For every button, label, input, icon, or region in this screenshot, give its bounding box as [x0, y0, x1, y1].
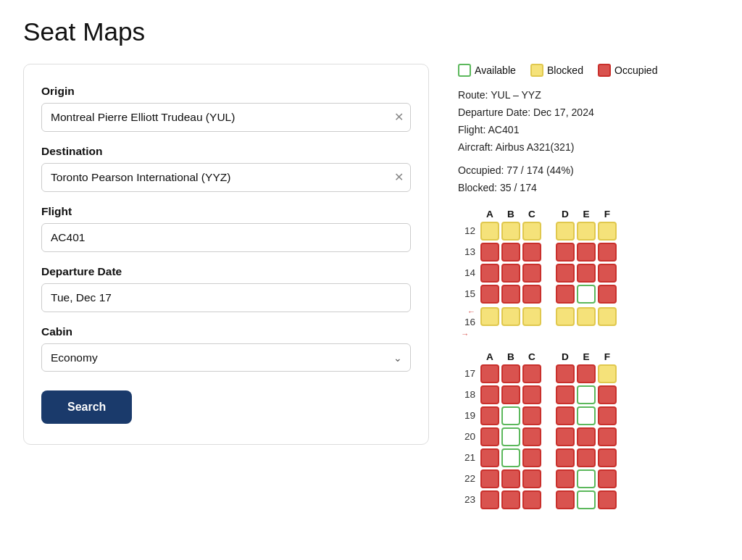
- seat[interactable]: [598, 264, 617, 283]
- seat[interactable]: [522, 448, 541, 467]
- seat[interactable]: [598, 285, 617, 304]
- seat-section-1: A B C D E F 12131415← 16→: [458, 209, 719, 338]
- seat[interactable]: [556, 427, 575, 446]
- seat[interactable]: [480, 307, 499, 326]
- seat[interactable]: [522, 385, 541, 404]
- seat[interactable]: [556, 385, 575, 404]
- seat[interactable]: [556, 364, 575, 383]
- departure-date-input[interactable]: [41, 283, 411, 312]
- flight-info: Route: YUL – YYZ Departure Date: Dec 17,…: [458, 87, 719, 197]
- col-headers-2: A B C D E F: [458, 351, 719, 362]
- seat[interactable]: [480, 406, 499, 425]
- seat[interactable]: [501, 490, 520, 509]
- seat[interactable]: [556, 406, 575, 425]
- seat[interactable]: [501, 243, 520, 262]
- seat[interactable]: [598, 385, 617, 404]
- seat[interactable]: [556, 469, 575, 488]
- seat[interactable]: [577, 222, 596, 241]
- search-button[interactable]: Search: [41, 390, 132, 424]
- seat[interactable]: [480, 490, 499, 509]
- blocked-stat-text: Blocked: 35 / 174: [458, 180, 719, 197]
- seat[interactable]: [598, 364, 617, 383]
- seat[interactable]: [480, 243, 499, 262]
- seat[interactable]: [598, 448, 617, 467]
- table-row: 19: [458, 406, 719, 425]
- seat[interactable]: [501, 406, 520, 425]
- seat[interactable]: [501, 264, 520, 283]
- seat[interactable]: [577, 427, 596, 446]
- page-title: Seat Maps: [23, 17, 719, 46]
- seat[interactable]: [577, 448, 596, 467]
- origin-input[interactable]: [41, 103, 411, 132]
- seat[interactable]: [501, 385, 520, 404]
- seat[interactable]: [480, 448, 499, 467]
- seat[interactable]: [556, 285, 575, 304]
- seat[interactable]: [501, 285, 520, 304]
- seat[interactable]: [522, 406, 541, 425]
- origin-clear-icon[interactable]: ✕: [394, 112, 404, 123]
- seat[interactable]: [480, 364, 499, 383]
- seat[interactable]: [556, 243, 575, 262]
- seat[interactable]: [501, 222, 520, 241]
- seat[interactable]: [480, 285, 499, 304]
- seat[interactable]: [480, 385, 499, 404]
- col-header-e1: E: [577, 209, 596, 220]
- seat[interactable]: [501, 448, 520, 467]
- seat[interactable]: [501, 364, 520, 383]
- seat[interactable]: [556, 222, 575, 241]
- col-header-b2: B: [501, 351, 520, 362]
- seat[interactable]: [480, 264, 499, 283]
- destination-clear-icon[interactable]: ✕: [394, 172, 404, 183]
- row-number: 22: [458, 473, 478, 484]
- seat[interactable]: [522, 364, 541, 383]
- seat[interactable]: [577, 243, 596, 262]
- seat[interactable]: [522, 243, 541, 262]
- col-header-e2: E: [577, 351, 596, 362]
- seat[interactable]: [522, 264, 541, 283]
- seat[interactable]: [577, 490, 596, 509]
- seat[interactable]: [577, 385, 596, 404]
- search-form-panel: Origin ✕ Destination ✕ Flight Departure …: [23, 64, 429, 445]
- table-row: 23: [458, 490, 719, 509]
- seat[interactable]: [598, 406, 617, 425]
- seat[interactable]: [598, 307, 617, 326]
- origin-input-wrap: ✕: [41, 103, 411, 132]
- seat[interactable]: [522, 490, 541, 509]
- cabin-select[interactable]: Economy Business First: [41, 343, 411, 372]
- main-layout: Origin ✕ Destination ✕ Flight Departure …: [23, 64, 719, 522]
- seat[interactable]: [577, 364, 596, 383]
- seat[interactable]: [577, 406, 596, 425]
- seat[interactable]: [501, 469, 520, 488]
- seat[interactable]: [556, 490, 575, 509]
- seat[interactable]: [522, 427, 541, 446]
- row-number: 20: [458, 431, 478, 442]
- seat[interactable]: [501, 307, 520, 326]
- seat[interactable]: [522, 285, 541, 304]
- legend-available-label: Available: [475, 64, 516, 76]
- departure-date-input-wrap: [41, 283, 411, 312]
- row-number: 18: [458, 389, 478, 400]
- seat[interactable]: [598, 222, 617, 241]
- seat[interactable]: [598, 469, 617, 488]
- seat[interactable]: [577, 469, 596, 488]
- seat[interactable]: [480, 222, 499, 241]
- flight-text: Flight: AC401: [458, 122, 719, 139]
- seat[interactable]: [522, 469, 541, 488]
- seat[interactable]: [598, 243, 617, 262]
- seat[interactable]: [480, 427, 499, 446]
- seat[interactable]: [577, 264, 596, 283]
- seat[interactable]: [556, 307, 575, 326]
- seat[interactable]: [501, 427, 520, 446]
- seat[interactable]: [480, 469, 499, 488]
- seat[interactable]: [598, 490, 617, 509]
- seat[interactable]: [522, 307, 541, 326]
- seat[interactable]: [556, 448, 575, 467]
- seat[interactable]: [556, 264, 575, 283]
- seat[interactable]: [577, 285, 596, 304]
- legend-blocked-box: [530, 64, 543, 77]
- destination-input[interactable]: [41, 163, 411, 192]
- seat[interactable]: [577, 307, 596, 326]
- seat[interactable]: [522, 222, 541, 241]
- flight-input[interactable]: [41, 223, 411, 252]
- seat[interactable]: [598, 427, 617, 446]
